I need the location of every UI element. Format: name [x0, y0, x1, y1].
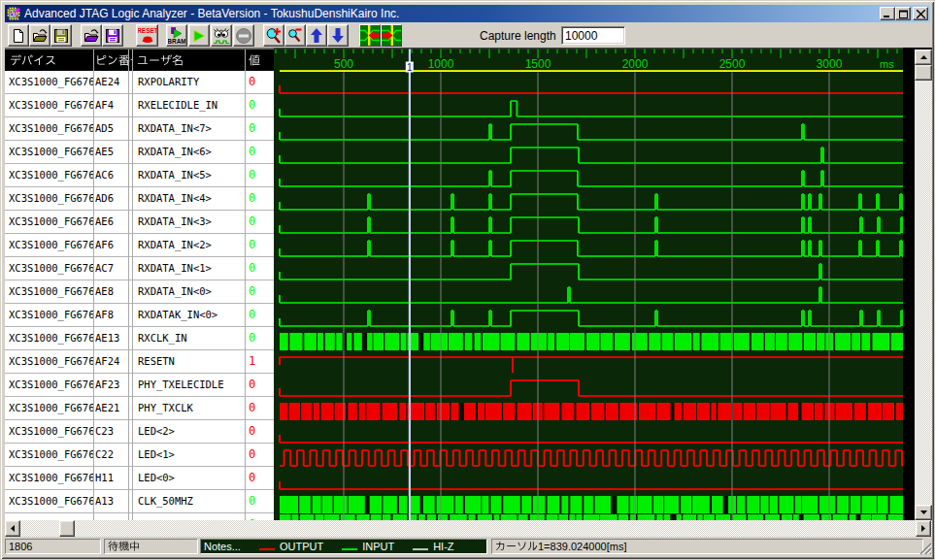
- vertical-scroll-thumb[interactable]: [915, 65, 932, 81]
- capture-length-input[interactable]: 10000: [561, 26, 625, 45]
- table-row[interactable]: XC3S1000_FG676AE5RXDATA_IN<6>0: [5, 141, 274, 164]
- cursor-readout: 1=839.024000[ms]: [491, 539, 923, 554]
- table-row[interactable]: XC3S1000_FG676AD5RXDATA_IN<7>0: [5, 117, 274, 141]
- minimize-button[interactable]: [880, 7, 895, 20]
- table-row[interactable]: XC3S1000_FG676AF6RXDATA_IN<2>0: [5, 234, 274, 257]
- run-button[interactable]: [188, 24, 210, 47]
- column-separator[interactable]: [245, 49, 246, 520]
- cell-value: 0: [249, 280, 273, 303]
- horizontal-scrollbar[interactable]: [5, 520, 932, 537]
- maximize-icon: [899, 10, 908, 18]
- scroll-right-icon: [921, 525, 925, 532]
- scroll-up-button[interactable]: [915, 49, 932, 65]
- column-header-device[interactable]: [10, 53, 93, 69]
- table-row[interactable]: XC3S1000_FG676AE6RXDATA_IN<3>0: [5, 211, 274, 234]
- cell-device: XC3S1000_FG676: [9, 327, 93, 349]
- scroll-left-icon: [11, 525, 15, 532]
- table-row[interactable]: XC3S1000_FG676A13CLK_50MHZ0: [5, 490, 274, 513]
- table-row[interactable]: XC3S1000_FG676AE13RXCLK_IN0: [5, 327, 274, 350]
- horizontal-scroll-thumb[interactable]: [59, 520, 75, 537]
- table-row[interactable]: XC3S1000_FG676AC7RXDATA_IN<1>0: [5, 257, 274, 280]
- table-row[interactable]: XC3S1000_FG676C23LED<2>0: [5, 420, 274, 444]
- cell-pin: AD6: [95, 187, 131, 210]
- cell-pin: AE24: [95, 71, 131, 93]
- move-up-button[interactable]: [306, 24, 327, 47]
- save-capture-button[interactable]: [102, 24, 123, 47]
- cell-user-name: RXDATA_IN<7>: [138, 117, 244, 140]
- column-header-username[interactable]: [137, 53, 244, 69]
- save-icon: [53, 28, 69, 44]
- svg-text:RESET: RESET: [138, 27, 157, 34]
- close-button[interactable]: [913, 7, 928, 20]
- goto-cursor-left-icon: [360, 25, 380, 46]
- scroll-down-button[interactable]: [915, 505, 932, 520]
- scroll-right-button[interactable]: [916, 520, 931, 537]
- cell-user-name: RXCLK_IN: [138, 327, 244, 349]
- legend-label: HI-Z: [433, 541, 453, 552]
- goto-cursor-right-button[interactable]: [381, 24, 402, 47]
- table-row[interactable]: XC3S1000_FG676AF8RXDATAK_IN<0>0: [5, 304, 274, 327]
- table-row[interactable]: XC3S1000_FG676AE8RXDATA_IN<0>0: [5, 280, 274, 304]
- close-icon: [917, 10, 925, 18]
- play-icon: [191, 28, 207, 44]
- maximize-button[interactable]: [895, 7, 911, 20]
- svg-text:3000: 3000: [817, 57, 843, 71]
- column-header-value[interactable]: [249, 53, 272, 69]
- table-row[interactable]: XC3S1000_FG676AF24RESETN1: [5, 350, 274, 374]
- status-state: [104, 539, 198, 554]
- open-capture-button[interactable]: [81, 24, 102, 47]
- new-file-button[interactable]: [8, 24, 29, 47]
- bram-scan-button[interactable]: BRAM: [166, 24, 187, 47]
- legend-label: INPUT: [362, 541, 394, 552]
- cell-value: 0: [249, 211, 273, 233]
- scroll-left-button[interactable]: [5, 520, 20, 537]
- legend-dash: [259, 548, 275, 550]
- column-separator[interactable]: [128, 49, 129, 520]
- zoom-out-icon: [286, 27, 304, 45]
- table-row[interactable]: XC3S1000_FG676AF4RXELECIDLE_IN0: [5, 94, 274, 117]
- table-row[interactable]: XC3S1000_FG676A12(unused)0: [5, 513, 274, 520]
- waveform-plot[interactable]: 50010001500200025003000ms1: [274, 48, 903, 520]
- stop-button[interactable]: [233, 24, 254, 47]
- table-row[interactable]: XC3S1000_FG676H11LED<0>0: [5, 467, 274, 490]
- resize-grip[interactable]: [919, 540, 932, 555]
- svg-text:1500: 1500: [525, 57, 551, 71]
- goto-cursor-left-button[interactable]: [359, 24, 381, 47]
- column-separator[interactable]: [93, 49, 94, 520]
- title-bar[interactable]: Advanced JTAG Logic Analyzer - BetaVersi…: [5, 5, 930, 22]
- cell-device: XC3S1000_FG676: [9, 211, 93, 233]
- table-row[interactable]: XC3S1000_FG676AF23PHY_TXELECIDLE0: [5, 374, 274, 397]
- cell-pin: AD5: [95, 117, 131, 140]
- table-row[interactable]: XC3S1000_FG676AE21PHY_TXCLK0: [5, 397, 274, 420]
- cell-device: XC3S1000_FG676: [9, 257, 93, 280]
- save-purple-icon: [105, 28, 120, 44]
- table-row[interactable]: XC3S1000_FG676AE24RXPOLARITY0: [5, 71, 274, 94]
- open-file-button[interactable]: [29, 24, 50, 47]
- table-row[interactable]: XC3S1000_FG676AC6RXDATA_IN<5>0: [5, 164, 274, 187]
- cell-pin: H11: [95, 467, 131, 489]
- cell-device: XC3S1000_FG676: [9, 350, 93, 373]
- vertical-scrollbar[interactable]: [915, 49, 932, 520]
- cell-device: XC3S1000_FG676: [9, 94, 93, 116]
- table-row[interactable]: XC3S1000_FG676C22LED<1>0: [5, 444, 274, 467]
- toolbar: RESET BRAM: [5, 22, 930, 48]
- cell-device: XC3S1000_FG676: [9, 117, 93, 140]
- cell-pin: AC6: [95, 164, 131, 186]
- zoom-in-button[interactable]: [263, 24, 284, 47]
- save-file-button[interactable]: [50, 24, 72, 47]
- open-folder-icon: [32, 28, 48, 44]
- cell-value: 0: [249, 444, 273, 466]
- column-separator[interactable]: [132, 49, 133, 520]
- move-down-button[interactable]: [327, 24, 349, 47]
- notes-panel: Notes... OUTPUTINPUTHI-Z: [200, 539, 487, 554]
- cell-device: XC3S1000_FG676: [9, 374, 93, 396]
- cell-user-name: (unused): [138, 513, 244, 520]
- zoom-out-button[interactable]: [284, 24, 306, 47]
- monitor-button[interactable]: [211, 24, 232, 47]
- cell-value: 0: [249, 397, 273, 419]
- app-window: Advanced JTAG Logic Analyzer - BetaVersi…: [0, 0, 935, 560]
- column-header-pin[interactable]: [95, 53, 132, 69]
- cell-user-name: RXDATA_IN<5>: [138, 164, 244, 186]
- table-row[interactable]: XC3S1000_FG676AD6RXDATA_IN<4>0: [5, 187, 274, 211]
- reset-button[interactable]: RESET: [136, 24, 158, 47]
